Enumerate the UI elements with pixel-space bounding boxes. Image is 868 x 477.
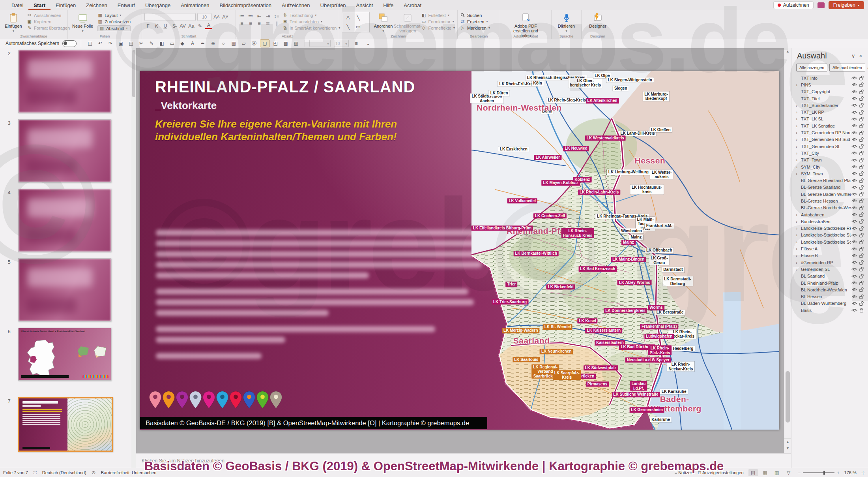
qat-dropdown-1[interactable]: ▾ <box>309 40 331 47</box>
layer-row[interactable]: › TXT_Bundesländer <box>791 102 868 109</box>
eye-icon[interactable] <box>851 124 858 128</box>
scroll-up-icon[interactable]: ▲ <box>784 48 791 54</box>
chevron-right-icon[interactable]: › <box>794 124 799 128</box>
chevron-right-icon[interactable]: › <box>794 219 799 224</box>
layer-row[interactable]: › TXT_Town <box>791 157 868 163</box>
menu-tab[interactable]: Start <box>28 1 51 10</box>
layout-button[interactable]: ▦Layout▾ <box>97 13 131 18</box>
eye-icon[interactable] <box>851 76 858 80</box>
layer-row[interactable]: › TXT_Titel <box>791 95 868 102</box>
highlight-icon[interactable]: ✎ <box>196 23 204 29</box>
lock-icon[interactable] <box>858 103 865 108</box>
eye-icon[interactable] <box>851 219 858 223</box>
eye-icon[interactable] <box>851 178 858 183</box>
lock-icon[interactable] <box>858 246 865 252</box>
chevron-right-icon[interactable]: › <box>794 171 799 176</box>
notes-toggle[interactable]: ≡ Notizen <box>675 470 693 475</box>
chevron-right-icon[interactable]: › <box>794 212 799 217</box>
eye-icon[interactable] <box>851 287 858 292</box>
layer-row[interactable]: › TXT_LK Sonstige <box>791 122 868 129</box>
grow-font-icon[interactable]: A˄ <box>213 14 220 20</box>
shape-glyph[interactable]: ╲ <box>343 22 353 31</box>
menu-tab[interactable]: Acrobat <box>398 1 427 10</box>
thumbnail-scrollbar[interactable] <box>131 48 136 468</box>
slide-subtitle[interactable]: _Vektorkarte <box>155 100 217 112</box>
layer-row[interactable]: › TXT Info <box>791 75 868 81</box>
format-painter-icon[interactable]: ✎ <box>147 40 156 47</box>
text-direction-button[interactable]: ⇅Textrichtung▾ <box>282 13 340 18</box>
lock-icon[interactable] <box>858 123 865 128</box>
eye-icon[interactable] <box>851 165 858 169</box>
layer-row[interactable]: › PINS <box>791 81 868 88</box>
show-all-button[interactable]: Alle anzeigen <box>796 64 827 71</box>
slide-thumbnail[interactable]: 4 <box>0 189 131 252</box>
lock-icon[interactable] <box>858 75 865 81</box>
chevron-down-icon[interactable]: ∨ <box>849 53 857 59</box>
layer-row[interactable]: › TXT_Gemeinden RP Nord <box>791 129 868 136</box>
slide-nav-buttons[interactable]: ▲▼ <box>784 438 791 452</box>
zoom-out-icon[interactable]: − <box>798 470 801 475</box>
vertical-scrollbar[interactable]: ▲ ▲▼ ▼ <box>784 48 791 468</box>
vector-map[interactable]: LK Städteregion AachenLK DürenLK Rhein-E… <box>471 71 779 430</box>
smartart-button[interactable]: ⧎In SmartArt konvertieren▾ <box>282 25 340 30</box>
layer-row[interactable]: › Landkreise-Stadtkreise SL <box>791 232 868 238</box>
layer-row[interactable]: › SYM_City <box>791 163 868 170</box>
layer-row[interactable]: › BL-Grenze Saarland <box>791 184 868 191</box>
bullets-icon[interactable]: ≔ <box>238 13 245 19</box>
eye-icon[interactable] <box>851 117 858 121</box>
justify-icon[interactable]: ≣ <box>264 21 271 26</box>
layer-row[interactable]: › TXT_LK SL <box>791 116 868 122</box>
zoom-icon[interactable]: ○ <box>219 40 228 47</box>
eye-icon[interactable] <box>851 199 858 203</box>
section-button[interactable]: ▤Abschnitt▾ <box>97 25 131 31</box>
slide-thumbnail[interactable]: 3 <box>0 119 131 182</box>
slide-thumbnail[interactable]: 6 Übersichtskarte Deutschland + Rheinlan… <box>0 328 131 381</box>
qat-dropdown-2[interactable]: 10▾ <box>334 40 349 47</box>
paste-icon[interactable]: ▤ <box>127 40 135 47</box>
lock-icon[interactable] <box>858 233 865 238</box>
chevron-right-icon[interactable]: › <box>794 165 799 169</box>
select-button[interactable]: ▷Markieren▾ <box>460 25 490 30</box>
eye-icon[interactable] <box>851 254 858 258</box>
slide-sorter-icon[interactable]: ▦ <box>760 469 770 476</box>
chevron-right-icon[interactable]: › <box>794 253 799 258</box>
close-icon[interactable]: × <box>857 53 864 59</box>
menu-tab[interactable]: Übergänge <box>140 1 176 10</box>
font-name-select[interactable] <box>144 13 196 21</box>
menu-tab[interactable]: Ansicht <box>351 1 378 10</box>
layer-row[interactable]: › BL-Grenze Baden-Württemberg <box>791 191 868 197</box>
lock-icon[interactable] <box>858 294 865 299</box>
shape-fill-button[interactable]: ◧Fülleffekt▾ <box>421 13 455 18</box>
eye-icon[interactable] <box>851 206 858 210</box>
shape-glyph[interactable]: ○ <box>343 31 353 32</box>
menu-tab[interactable]: Hilfe <box>378 1 398 10</box>
lock-icon[interactable] <box>858 178 865 183</box>
layer-row[interactable]: › #Gemeinden RP <box>791 259 868 266</box>
eye-icon[interactable] <box>851 83 858 87</box>
comments-icon[interactable] <box>817 2 825 8</box>
font-size-select[interactable]: 10 <box>197 13 211 21</box>
layer-row[interactable]: › BL-Grenze Rheinland-Pfalz <box>791 177 868 184</box>
shape-outline-icon[interactable]: ▭ <box>168 40 176 47</box>
cut-button[interactable]: ✂Ausschneiden <box>27 13 70 18</box>
lock-icon[interactable] <box>858 308 865 313</box>
lock-icon[interactable] <box>858 89 865 94</box>
eye-icon[interactable] <box>851 281 858 285</box>
eye-icon[interactable] <box>851 110 858 115</box>
zoom-slider[interactable] <box>823 471 825 475</box>
menu-tab[interactable]: Aufzeichnen <box>277 1 315 10</box>
eye-icon[interactable] <box>851 90 858 94</box>
layer-row[interactable]: › TXT_Gemeinden RB Süd <box>791 136 868 143</box>
chevron-right-icon[interactable]: › <box>794 246 799 251</box>
lock-icon[interactable] <box>858 205 865 210</box>
slide-thumbnail[interactable]: 2 <box>0 50 131 113</box>
accessibility-status[interactable]: Barrierefreiheit: Untersuchen <box>101 470 157 475</box>
autosave-toggle[interactable] <box>62 40 77 47</box>
paste-button[interactable]: Einfügen▾ <box>2 12 24 34</box>
slide-thumbnail[interactable]: 7 <box>0 397 131 452</box>
lock-icon[interactable] <box>858 116 865 122</box>
layer-row[interactable]: › Autobahnen <box>791 211 868 218</box>
layer-row[interactable]: › BL-Grenze Nordrhein-Westfalen <box>791 205 868 211</box>
hide-all-button[interactable]: Alle ausblenden <box>829 64 865 71</box>
shape-glyph[interactable]: ▭ <box>353 22 363 31</box>
